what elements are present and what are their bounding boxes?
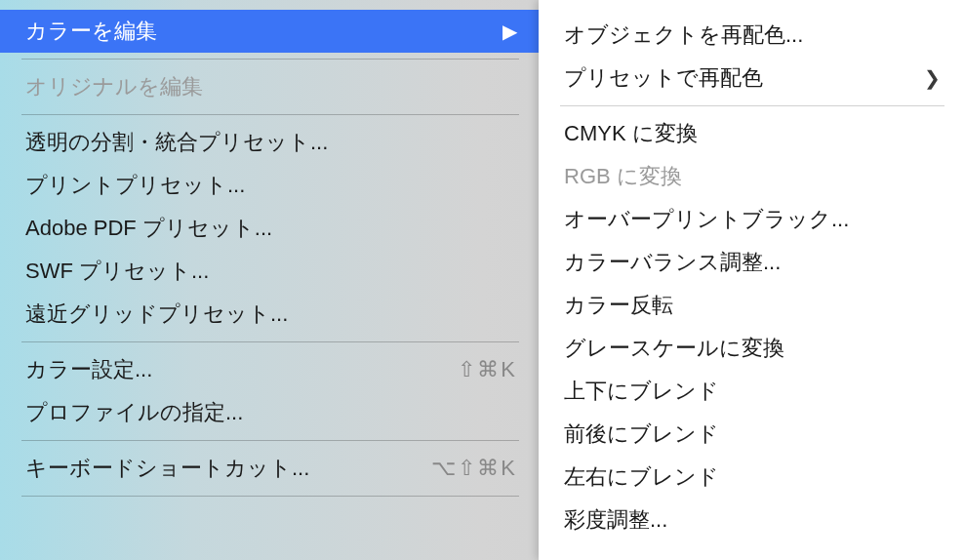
- adjust-color-balance-item[interactable]: カラーバランス調整...: [539, 241, 964, 284]
- menu-label: オブジェクトを再配色...: [564, 20, 803, 50]
- perspective-preset-item[interactable]: 遠近グリッドプリセット...: [0, 293, 539, 336]
- menu-separator: [560, 105, 944, 106]
- menu-shortcut: ⌥⇧⌘K: [431, 456, 517, 481]
- menu-separator: [21, 59, 519, 60]
- menu-label: Adobe PDF プリセット...: [25, 214, 272, 243]
- menu-separator: [21, 341, 519, 342]
- menu-label: カラーを編集: [25, 17, 157, 46]
- swf-preset-item[interactable]: SWF プリセット...: [0, 250, 539, 293]
- convert-grayscale-item[interactable]: グレースケールに変換: [539, 327, 964, 370]
- edit-colors-item[interactable]: カラーを編集 ▶: [0, 10, 539, 53]
- print-preset-item[interactable]: プリントプリセット...: [0, 164, 539, 207]
- menu-shortcut: ⇧⌘K: [458, 357, 517, 382]
- convert-cmyk-item[interactable]: CMYK に変換: [539, 112, 964, 155]
- assign-profile-item[interactable]: プロファイルの指定...: [0, 391, 539, 434]
- menu-label: オーバープリントブラック...: [564, 205, 849, 234]
- menu-label: プリントプリセット...: [25, 171, 245, 200]
- blend-vertical-item[interactable]: 上下にブレンド: [539, 370, 964, 413]
- menu-label: RGB に変換: [564, 162, 682, 191]
- menu-label: 彩度調整...: [564, 505, 667, 535]
- blend-front-back-item[interactable]: 前後にブレンド: [539, 413, 964, 456]
- menu-label: プロファイルの指定...: [25, 398, 243, 427]
- blend-horizontal-item[interactable]: 左右にブレンド: [539, 456, 964, 499]
- flattener-preset-item[interactable]: 透明の分割・統合プリセット...: [0, 121, 539, 164]
- recolor-preset-item[interactable]: プリセットで再配色 ❯: [539, 57, 964, 100]
- menu-label: カラーバランス調整...: [564, 248, 781, 277]
- menu-label: カラー設定...: [25, 355, 152, 384]
- menu-separator: [21, 440, 519, 441]
- left-menu-panel: カラーを編集 ▶ オリジナルを編集 透明の分割・統合プリセット... プリントプ…: [0, 0, 539, 560]
- menu-label: SWF プリセット...: [25, 257, 209, 286]
- menu-separator: [21, 114, 519, 115]
- menu-label: カラー反転: [564, 291, 673, 320]
- convert-rgb-item: RGB に変換: [539, 155, 964, 198]
- overprint-black-item[interactable]: オーバープリントブラック...: [539, 198, 964, 241]
- saturate-item[interactable]: 彩度調整...: [539, 499, 964, 541]
- edit-original-item: オリジナルを編集: [0, 65, 539, 108]
- keyboard-shortcuts-item[interactable]: キーボードショートカット... ⌥⇧⌘K: [0, 447, 539, 490]
- chevron-right-icon: ▶: [502, 20, 517, 43]
- menu-label: 透明の分割・統合プリセット...: [25, 128, 328, 157]
- menu-label: オリジナルを編集: [25, 72, 203, 101]
- edit-colors-submenu: オブジェクトを再配色... プリセットで再配色 ❯ CMYK に変換 RGB に…: [539, 0, 964, 560]
- pdf-preset-item[interactable]: Adobe PDF プリセット...: [0, 207, 539, 250]
- color-settings-item[interactable]: カラー設定... ⇧⌘K: [0, 348, 539, 391]
- chevron-right-icon: ❯: [924, 66, 941, 90]
- recolor-artwork-item[interactable]: オブジェクトを再配色...: [539, 14, 964, 57]
- menu-separator: [21, 496, 519, 497]
- menu-label: 前後にブレンド: [564, 420, 719, 449]
- menu-label: 左右にブレンド: [564, 462, 719, 492]
- menu-label: CMYK に変換: [564, 119, 698, 148]
- menu-label: プリセットで再配色: [564, 63, 763, 93]
- invert-colors-item[interactable]: カラー反転: [539, 284, 964, 327]
- menu-label: 遠近グリッドプリセット...: [25, 300, 288, 329]
- menu-label: グレースケールに変換: [564, 334, 784, 363]
- menu-label: 上下にブレンド: [564, 377, 719, 406]
- menu-label: キーボードショートカット...: [25, 454, 309, 483]
